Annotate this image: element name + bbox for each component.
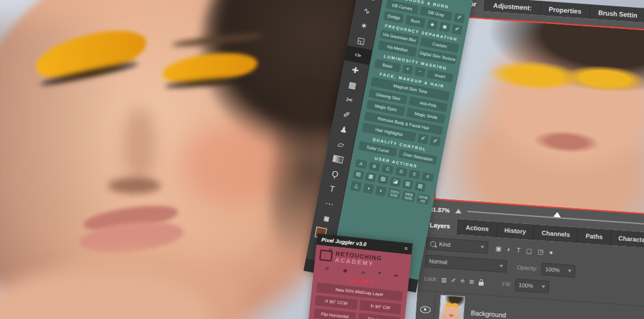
ua-triangle-icon-button[interactable]: △ [350,180,362,193]
size-100-button[interactable]: 100% SIZE [387,187,401,199]
navigator-proxy-view[interactable] [434,15,644,218]
marquee-tool-icon [364,0,375,1]
lm-plus-button[interactable]: + [401,64,414,75]
user-action-a-button[interactable]: A [355,159,368,169]
chevron-down-icon [480,246,484,249]
rotate-cw-label: 90° CW [375,304,390,310]
opacity-value: 100% [545,266,560,274]
tab-character[interactable]: Character [610,230,644,249]
tab-paths[interactable]: Paths [577,227,611,245]
photo-nostril [108,177,161,194]
quick-mask-icon: ◙ [323,214,330,223]
burn-button[interactable]: Burn [404,15,426,28]
ua-levels-icon-button[interactable]: ▤ [352,169,365,181]
zoom-out-icon[interactable] [455,208,462,213]
opacity-input[interactable]: 100% [541,263,575,278]
user-action-c-button[interactable]: C [381,164,394,174]
ua-blob1-icon-button[interactable]: ◖ [362,182,375,195]
search-icon [430,241,436,247]
user-action-b-button[interactable]: B [368,161,381,172]
chat-icon[interactable]: ❝ [377,271,381,277]
fill-input[interactable]: 100% [514,279,549,294]
user-action-f-button[interactable]: F [421,172,435,182]
scissors-tool-icon: ✂ [345,95,353,104]
kind-label: Kind [439,241,451,248]
ua-grid-icon-button[interactable]: ▦ [365,171,377,182]
opacity-label: Opacity: [517,264,538,272]
fill-value: 100% [518,282,533,289]
dodge-button[interactable]: Dodge [383,11,404,24]
eyedropper-tool-icon: ✑ [354,50,362,60]
eraser-tool-icon: ▱ [337,140,345,149]
chevron-down-icon [568,269,572,272]
ua-numbers-icon-button[interactable]: ▧ [377,174,389,185]
layer-visibility-cell[interactable] [415,291,436,319]
gradient-tool-icon [333,155,344,164]
brush-icon[interactable]: ✐ [325,266,330,272]
user-action-d-button[interactable]: D [394,167,408,177]
lock-all-icon[interactable] [479,281,484,286]
hair-brush-2-button[interactable]: ✐ [429,135,441,147]
chevron-down-icon [499,265,503,267]
pixel-juggler-panel: Pixel Juggler v3.0 ≡ RETOUCHING ACADEMY … [306,233,413,319]
quick-selection-tool-icon: ✶ [360,21,368,30]
hair-brush-1-button[interactable]: ✐ [417,133,430,144]
layer-filter-kind-select[interactable]: Kind [426,237,489,254]
ua-image-icon-button[interactable]: ◪ [389,176,402,187]
layer-thumbnail[interactable] [438,294,465,319]
type-tool-icon: T [329,184,335,193]
rotate-ccw-icon: ↺ [325,299,328,304]
tab-channels[interactable]: Channels [533,225,579,243]
blend-mode-select[interactable]: Normal [425,255,508,273]
lock-artboard-icon[interactable]: ⊞ [469,279,474,286]
rotate-cw-icon: ↻ [370,303,374,308]
web-size-button[interactable]: WEB SIZE [401,190,416,203]
db-brush-button[interactable]: ✐ [453,13,465,24]
brush-icon-button[interactable]: ✐ [451,24,464,35]
more-tools-icon: ⋯ [325,199,334,208]
photo-nose [123,107,156,182]
panel-menu-icon[interactable]: ≡ [404,245,408,252]
save-as-button[interactable]: SAVE AS [416,193,430,205]
user-action-e-button[interactable]: E [408,169,421,180]
photo-cheek [180,123,287,205]
person-icon[interactable]: ☻ [342,267,348,274]
ua-panel-icon-button[interactable]: ▨ [414,181,426,193]
zoom-slider-thumb[interactable] [553,212,562,218]
lock-icons: ▨ ✐ ✛ ⊞ [441,276,484,286]
photoshop-workspace: Navigator Adjustment: Properties Brush S… [0,0,644,319]
tab-history[interactable]: History [496,221,535,240]
tablet-logo-icon [319,250,333,262]
eye-icon-button[interactable]: ◉ [438,21,451,33]
crop-tool-icon: ◱ [357,36,366,45]
eye-icon[interactable] [419,306,431,313]
brush-tool-icon: ✐ [343,109,351,119]
ua-frames-icon-button[interactable]: ▥ [402,179,414,190]
diamond-icon-button[interactable]: ◈ [426,19,439,30]
lock-image-icon[interactable]: ✐ [451,277,456,284]
filter-pixel-layers-icon[interactable]: ▣ [496,245,502,252]
dodge-tool-icon: Ϙ [331,169,339,179]
layer-name: Background [470,309,506,319]
filter-adjustment-layers-icon[interactable]: ◐ [507,245,511,252]
lasso-tool-icon: ∿ [363,6,371,16]
clone-stamp-tool-icon: ♟ [340,125,348,134]
blend-mode-value: Normal [429,258,448,266]
filter-shape-layers-icon[interactable]: ▢ [526,247,532,254]
chevron-down-icon [541,286,545,288]
layer-filter-icons: ▣ ◐ T ▢ ◳ ● [496,245,553,255]
lock-position-icon[interactable]: ✛ [460,278,465,285]
filter-smart-objects-icon[interactable]: ◳ [538,248,544,255]
link-icon[interactable]: ∞ [361,269,365,276]
spot-healing-tool-icon: ✚ [351,65,359,75]
fill-label: Fill: [502,281,511,288]
tab-actions[interactable]: Actions [458,219,497,237]
lm-minus-button[interactable]: − [414,66,426,77]
filter-toggle-icon[interactable]: ● [549,249,553,255]
rotate-ccw-label: 90° CCW [330,299,348,306]
lock-label: Lock: [424,276,438,283]
lock-transparency-icon[interactable]: ▨ [441,276,447,283]
filter-type-layers-icon[interactable]: T [516,246,521,253]
ua-blob2-icon-button[interactable]: ◗ [375,185,387,198]
pen-icon[interactable]: ✒ [394,272,399,279]
